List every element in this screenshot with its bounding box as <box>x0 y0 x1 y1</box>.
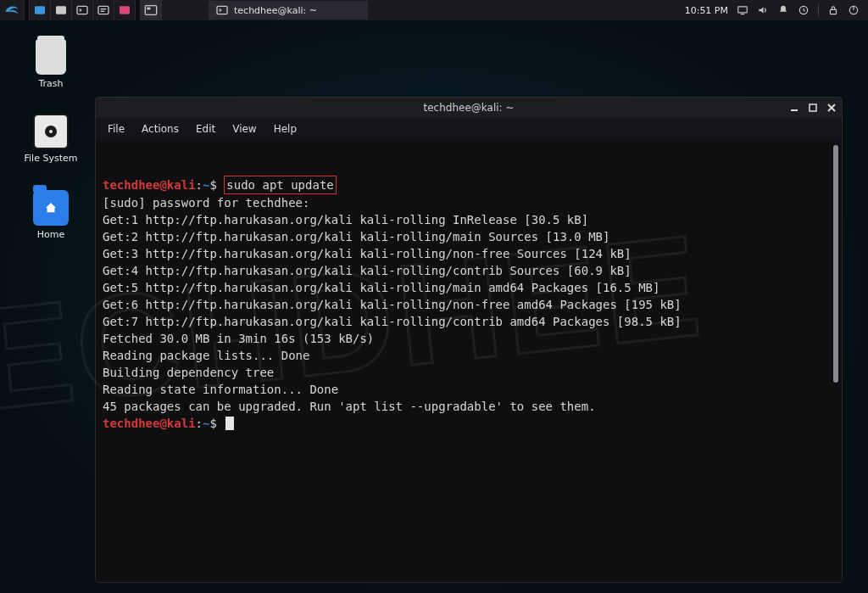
svg-rect-0 <box>35 6 45 14</box>
svg-rect-13 <box>831 9 837 14</box>
panel-right: 10:51 PM <box>685 4 868 16</box>
home-label: Home <box>17 229 85 240</box>
filesystem-label: File System <box>17 153 85 164</box>
close-button[interactable] <box>826 103 837 113</box>
notification-icon[interactable] <box>777 4 789 16</box>
desktop-filesystem[interactable]: File System <box>17 114 85 164</box>
terminal-titlebar[interactable]: techdhee@kali: ~ <box>96 98 842 118</box>
svg-rect-9 <box>217 6 227 14</box>
svg-rect-1 <box>56 6 66 14</box>
taskbar-pink-icon[interactable] <box>114 0 136 20</box>
menu-actions[interactable]: Actions <box>142 123 179 135</box>
svg-rect-17 <box>810 104 816 111</box>
terminal-icon <box>215 3 229 17</box>
volume-icon[interactable] <box>757 4 769 16</box>
menu-file[interactable]: File <box>108 123 125 135</box>
minimize-button[interactable] <box>789 103 799 113</box>
taskbar-terminal-icon[interactable] <box>72 0 93 20</box>
svg-rect-8 <box>147 8 150 10</box>
apps-menu-button[interactable] <box>0 0 25 20</box>
kali-logo-icon <box>3 3 20 18</box>
svg-rect-2 <box>77 6 87 14</box>
taskbar-active-window[interactable]: techdhee@kali: ~ <box>209 1 368 20</box>
desktop-trash[interactable]: Trash <box>17 39 85 89</box>
tray-separator <box>818 4 819 16</box>
terminal-menubar: File Actions Edit View Help <box>96 118 842 140</box>
taskbar-workspace-icon[interactable] <box>141 0 162 20</box>
taskbar-text-icon[interactable] <box>93 0 114 20</box>
scrollbar-thumb[interactable] <box>833 145 838 383</box>
filesystem-icon <box>33 114 69 149</box>
taskbar-session-icon[interactable] <box>30 0 51 20</box>
taskbar-files-icon[interactable] <box>51 0 72 20</box>
home-folder-icon <box>33 190 69 226</box>
power-icon[interactable] <box>848 4 860 16</box>
maximize-button[interactable] <box>808 103 818 113</box>
desktop-home[interactable]: Home <box>17 190 85 240</box>
updates-icon[interactable] <box>798 4 810 16</box>
svg-rect-10 <box>738 7 748 13</box>
menu-help[interactable]: Help <box>274 123 297 135</box>
menu-edit[interactable]: Edit <box>196 123 215 135</box>
active-task-title: techdhee@kali: ~ <box>234 5 317 16</box>
lock-icon[interactable] <box>827 4 839 16</box>
menu-view[interactable]: View <box>232 123 256 135</box>
svg-rect-3 <box>98 6 108 14</box>
top-panel: techdhee@kali: ~ 10:51 PM <box>0 0 868 20</box>
display-icon[interactable] <box>737 4 748 16</box>
clock[interactable]: 10:51 PM <box>685 5 728 16</box>
trash-icon <box>36 39 66 75</box>
trash-label: Trash <box>17 78 85 89</box>
terminal-window: techdhee@kali: ~ File Actions Edit View … <box>95 97 843 583</box>
terminal-body[interactable]: techdhee@kali:~$ sudo apt update [sudo] … <box>96 140 842 582</box>
terminal-title: techdhee@kali: ~ <box>424 102 515 114</box>
svg-rect-7 <box>145 6 156 15</box>
terminal-scrollbar[interactable] <box>833 145 838 577</box>
svg-rect-6 <box>120 6 130 14</box>
panel-left: techdhee@kali: ~ <box>0 0 368 20</box>
